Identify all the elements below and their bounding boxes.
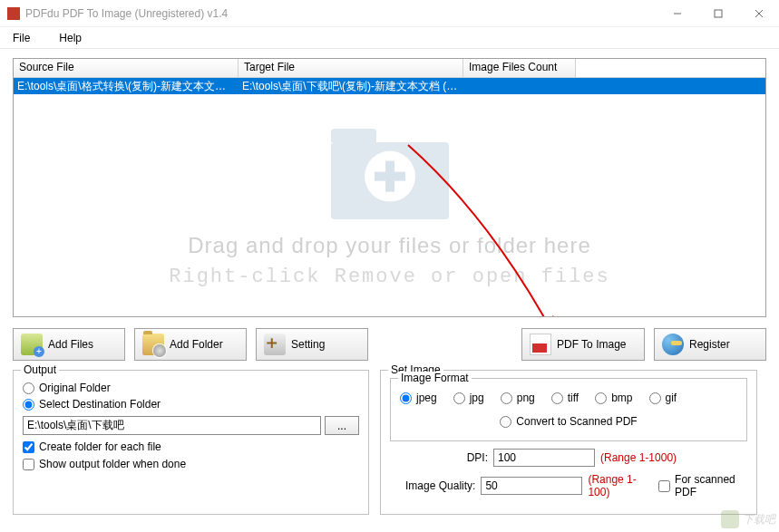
menu-file[interactable]: File <box>7 30 35 46</box>
dpi-input[interactable] <box>493 449 595 467</box>
format-bmp-option[interactable]: bmp <box>595 392 632 404</box>
original-folder-option[interactable]: Original Folder <box>23 382 359 394</box>
destination-path-input[interactable] <box>23 416 321 435</box>
format-scanned-option[interactable]: Convert to Scanned PDF <box>500 415 637 428</box>
format-png-radio[interactable] <box>501 392 512 404</box>
app-icon <box>7 7 20 20</box>
browse-button[interactable]: ... <box>325 416 359 435</box>
annotation-arrow <box>390 136 589 317</box>
dropzone-text-1: Drag and drop your files or folder here <box>188 233 591 258</box>
menu-help[interactable]: Help <box>54 30 87 46</box>
for-scanned-option[interactable]: For scanned PDF <box>658 473 747 498</box>
quality-range: (Range 1-100) <box>588 473 649 498</box>
format-gif-option[interactable]: gif <box>649 392 677 404</box>
quality-label: Image Quality: <box>390 479 475 492</box>
title-bar: PDFdu PDF To Image (Unregistered) v1.4 <box>0 0 779 27</box>
register-label: Register <box>689 338 730 351</box>
format-gif-radio[interactable] <box>649 392 661 404</box>
create-folder-option[interactable]: Create folder for each file <box>23 440 359 453</box>
output-legend: Output <box>21 363 59 376</box>
show-output-checkbox[interactable] <box>23 459 34 470</box>
format-jpg-option[interactable]: jpg <box>453 392 484 404</box>
create-folder-checkbox[interactable] <box>23 441 34 453</box>
cell-count <box>463 78 576 94</box>
window-title: PDFdu PDF To Image (Unregistered) v1.4 <box>25 7 657 20</box>
folder-icon <box>331 124 449 219</box>
register-button[interactable]: Register <box>654 328 766 361</box>
add-folder-button[interactable]: Add Folder <box>134 328 247 361</box>
add-files-icon <box>21 334 43 355</box>
original-folder-radio[interactable] <box>23 382 34 394</box>
col-target[interactable]: Target File <box>239 59 463 77</box>
quality-input[interactable] <box>481 477 582 495</box>
dpi-range: (Range 1-1000) <box>600 451 677 464</box>
dropzone: Drag and drop your files or folder here … <box>14 95 765 316</box>
original-folder-label: Original Folder <box>39 382 111 394</box>
format-bmp-radio[interactable] <box>595 392 607 404</box>
image-format-fieldset: Image Format jpeg jpg png tiff bmp gif C… <box>390 378 747 441</box>
cell-source: E:\tools\桌面\格式转换\(复制)-新建文本文档 ... <box>14 78 239 94</box>
format-scanned-radio[interactable] <box>500 416 511 428</box>
format-png-option[interactable]: png <box>501 392 535 404</box>
format-jpg-radio[interactable] <box>453 392 465 404</box>
dropzone-text-2: Right-click Remove or open files <box>169 266 609 288</box>
svg-rect-1 <box>715 10 722 17</box>
col-count[interactable]: Image Files Count <box>463 59 576 77</box>
set-image-fieldset: Set Image Image Format jpeg jpg png tiff… <box>380 370 757 515</box>
show-output-label: Show output folder when done <box>39 458 186 470</box>
format-tiff-radio[interactable] <box>551 392 563 404</box>
pdf-to-image-label: PDF To Image <box>557 338 626 351</box>
setting-icon <box>264 334 286 355</box>
format-tiff-option[interactable]: tiff <box>551 392 579 404</box>
dpi-label: DPI: <box>390 451 488 464</box>
setting-label: Setting <box>291 338 325 351</box>
show-output-option[interactable]: Show output folder when done <box>23 458 359 470</box>
add-folder-icon <box>142 334 164 355</box>
format-jpeg-radio[interactable] <box>400 392 412 404</box>
register-icon <box>662 334 684 355</box>
for-scanned-checkbox[interactable] <box>658 480 670 492</box>
table-row[interactable]: E:\tools\桌面\格式转换\(复制)-新建文本文档 ... E:\tool… <box>14 78 765 94</box>
col-source[interactable]: Source File <box>14 59 239 77</box>
menu-bar: File Help <box>0 27 779 49</box>
setting-button[interactable]: Setting <box>256 328 368 361</box>
table-header: Source File Target File Image Files Coun… <box>14 59 765 78</box>
format-jpeg-option[interactable]: jpeg <box>400 392 437 404</box>
add-folder-label: Add Folder <box>170 338 223 351</box>
add-files-button[interactable]: Add Files <box>13 328 125 361</box>
maximize-button[interactable] <box>697 0 738 27</box>
pdf-icon <box>530 334 551 355</box>
pdf-to-image-button[interactable]: PDF To Image <box>521 328 645 361</box>
output-fieldset: Output Original Folder Select Destinatio… <box>13 370 369 515</box>
select-destination-radio[interactable] <box>23 399 34 411</box>
close-button[interactable] <box>738 0 779 27</box>
create-folder-label: Create folder for each file <box>39 440 161 453</box>
image-format-legend: Image Format <box>398 372 472 384</box>
select-destination-label: Select Destination Folder <box>39 398 161 411</box>
file-table[interactable]: Source File Target File Image Files Coun… <box>13 58 766 317</box>
select-destination-option[interactable]: Select Destination Folder <box>23 398 359 411</box>
add-files-label: Add Files <box>48 338 93 351</box>
cell-target: E:\tools\桌面\下载吧\(复制)-新建文本文档 (2... <box>239 78 463 94</box>
minimize-button[interactable] <box>657 0 697 27</box>
